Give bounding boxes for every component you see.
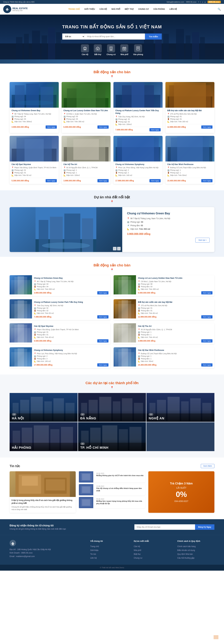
prop-detail-btn[interactable]: Xem ngay [97,126,109,129]
prop-list-detail-btn[interactable]: Xem ngay [97,315,108,318]
search-icon[interactable]: 🔍 [218,8,221,11]
property-card: Bất thự sân vườn sân sân bay Nội Bài 📍27… [165,82,215,133]
prop-list-price: 5.500.000.000 đồng [34,340,51,342]
prop-image [113,82,163,108]
featured-details: Chung cư Vinhomes Green Bay 📍 98 7 Đại l… [122,207,215,252]
nav-chung-cu[interactable]: CHUNG CƯ [136,7,151,12]
footer-link-biet-thu[interactable]: Biệt thự [134,552,171,556]
prop-list-detail-btn[interactable]: Xem ngay [97,363,108,366]
prop-list-rooms: 🚪 Phòng tắm: 1 [138,358,213,360]
featured-area: 📐 Diện tích: Trên 350 m2 [127,228,210,230]
footer-link-trang-chu[interactable]: Trang chủ [90,544,127,548]
footer-du-an: Dự án mới nhất Căn hộ Nhà phố Biệt thự C… [134,540,171,560]
prop-list-area: 📐 Diện tích: Trên 40 m2 [34,336,108,338]
prop-list-title: Căn hộ The Art [138,325,213,328]
prop-title: Căn hộ The Art [63,163,109,166]
property-card: Chung cư Vinhomes Symphony 📍Phúc Lợi, Ph… [113,136,163,184]
feat-prev-btn[interactable]: ‹ [113,247,116,250]
prop-detail-btn[interactable]: Xem ngay [149,179,161,182]
footer-link-quy-dinh[interactable]: Quy định Nhà bán [177,552,215,556]
nav-can-ho[interactable]: CĂN HỘ [97,7,109,12]
city-card[interactable]: 15 NGHỆ AN [146,393,215,422]
svg-rect-5 [16,37,22,60]
city-overlay: 15 NGHỆ AN [146,410,215,422]
footer-link-can-ho[interactable]: Căn hộ [134,544,171,548]
prop-list-detail-btn[interactable]: Xem ngay [97,339,108,342]
prop-detail-btn[interactable]: Xem ngay [46,179,57,182]
prop-price: 12.999.000.000 đồng [167,126,186,128]
area-icon: 📐 [127,228,129,230]
nav-biet-thu[interactable]: BIỆT THỰ [122,7,136,12]
svg-rect-34 [138,47,139,48]
footer-link-bao-hang[interactable]: Chính sách bảo hàng [177,544,215,548]
prop-title: Chung cư Lux Luxury Golden Giao Nam Từ L… [63,109,109,112]
see-more-btn[interactable]: Xem thêm [201,464,215,468]
search-type-select[interactable]: Bất lọc Căn hộ Nhà phố Biệt thự Chung cư… [62,34,85,40]
prop-detail-btn[interactable]: Xem ngay [46,126,57,129]
property-card: Căn hộ Opal Skyview 📍Phạm Văn Đồng, Quận… [9,136,59,184]
nha-pho-label: Nhà phố [120,53,128,56]
email: listing@realdemo.com [167,1,184,3]
prop-list-detail-btn[interactable]: Xem ngay [201,315,213,318]
hero-cat-nha-pho[interactable]: Nhà phố [120,44,128,56]
hero-cat-can-ho[interactable]: Căn hộ [81,44,89,56]
city-card[interactable]: 15 ĐÀ NẴNG [78,393,146,422]
prop-detail-btn[interactable]: Xem ngay [201,126,213,129]
nav-nha-pho[interactable]: NHÀ PHỐ [109,7,122,12]
news-small-card: 08.08.2022 Những lưu ý quan trọng trong … [79,497,145,508]
footer-link-cau-hoi[interactable]: Câu hỏi thường gặp [177,556,215,560]
nav-van-phong[interactable]: VĂN PHÒNG [151,7,167,12]
city-overlay: 15 TP. HỒ CHÍ MINH [78,439,146,451]
prop-price-row: 5.300.000.000 đồng Xem ngay [11,178,57,182]
search-input[interactable] [85,34,145,40]
newsletter-email-input[interactable] [134,524,195,530]
hero-cat-van-phong[interactable]: Văn phòng [133,44,143,56]
logo: REAL ESTATE Bất Động Sản [3,5,28,13]
phone-highlight[interactable]: 0905.56.xxxx [208,1,221,3]
featured-detail-btn[interactable]: Xem lại > [195,238,210,242]
prop-list-floors: 🏢 Phòng ngủ: 1 [138,331,213,333]
newsletter-submit-btn[interactable]: Đăng Ký Ngay [195,524,215,530]
feat-next-btn[interactable]: › [117,247,121,250]
news-small-body: 30.06.2022 Những không gian ký chủ ở nên… [95,471,145,482]
nav-trang-chu[interactable]: TRANG CHỦ [66,7,82,12]
footer-link-dieu-khoan[interactable]: Điều khoản sử dụng [177,548,215,552]
prop-list-price: 15.400.000.000 đồng [138,364,157,366]
prop-list-detail-btn[interactable]: Xem ngay [201,363,213,366]
prop-list-floors: 🏢 Phòng ngủ: 01 [34,331,108,333]
footer-link-nha-pho[interactable]: Nhà phố [134,548,171,552]
prop-detail-btn[interactable]: Xem ngay [149,128,161,131]
prop-area: 📐 Diện tích: 100m2 [63,174,109,176]
hero-cat-chung-cu[interactable]: Chung cư [107,44,116,56]
footer-link-lien-he[interactable]: Liên hệ [90,556,127,560]
prop-list-detail-btn[interactable]: Xem ngay [201,291,213,294]
prop-image [165,82,215,108]
search-button[interactable]: Tìm kiếm [145,34,162,40]
prop-detail-btn[interactable]: Xem ngay [97,179,109,182]
svg-rect-97 [17,324,24,342]
footer-logo [9,540,16,546]
nav-lien-he[interactable]: LIÊN HỆ [167,7,179,12]
footer-link-chung-cu[interactable]: Chung cư [134,556,171,560]
prop-image [62,136,111,162]
featured-image [9,207,122,252]
footer-about: Địa chỉ : 18B Hoàng Quốc Việt,Cầu Giấy,H… [9,540,84,560]
prop-title: Chung cư Platium Luxury Center Park Trần… [115,109,161,115]
nav-gioi-thieu[interactable]: GIỚI THIỆU [82,7,97,12]
city-card[interactable]: HẢI PHÒNG [9,422,78,451]
section2-pin-icon: 📍 [9,268,215,272]
footer-link-tin-tuc[interactable]: Tin tức [90,552,127,556]
svg-rect-10 [56,32,61,60]
prop-detail-btn[interactable]: Xem ngay [201,179,213,182]
city-card[interactable]: 15 HÀ NỘI [9,393,78,422]
footer-link-gioi-thieu[interactable]: Giới thiệu [90,548,127,552]
prop-list-address: 📍Trần Duy Hưng, Mỹ Đình, Hà Nội [34,304,108,306]
prop-list-detail-btn[interactable]: Xem ngay [97,291,108,294]
city-card[interactable]: 15 TP. HỒ CHÍ MINH [78,422,146,451]
prop-list-floors: 🏢 Phòng ngủ: 02 [34,307,108,309]
hero-cat-biet-thu[interactable]: Bất thự [94,44,102,56]
prop-list-detail-btn[interactable]: Xem ngay [201,339,213,342]
svg-rect-101 [122,324,128,342]
svg-rect-165 [12,544,13,545]
prop-address: 📍Trần Duy Hưng, Mỹ Đình, Hà Nội [115,116,161,118]
